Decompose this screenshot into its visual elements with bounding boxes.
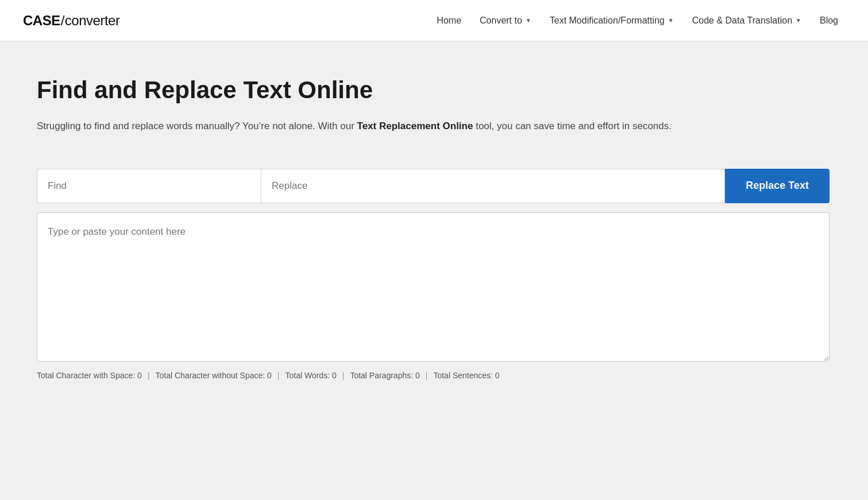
stat-sentences: Total Sentences: 0 xyxy=(433,371,499,380)
content-textarea[interactable] xyxy=(37,212,830,362)
nav-item-text-modification[interactable]: Text Modification/Formatting ▼ xyxy=(543,11,681,30)
stat-separator-2: | xyxy=(277,371,280,380)
stat-separator-4: | xyxy=(426,371,428,380)
find-input[interactable] xyxy=(37,169,261,203)
site-logo[interactable]: CASE/converter xyxy=(23,13,119,29)
nav-convert-to-label: Convert to xyxy=(480,15,522,26)
nav-text-modification-label: Text Modification/Formatting xyxy=(550,15,665,26)
description-bold: Text Replacement Online xyxy=(357,121,473,131)
nav-home-label: Home xyxy=(437,15,461,26)
nav-code-data-label: Code & Data Translation xyxy=(692,15,792,26)
tool-controls: Replace Text xyxy=(37,169,830,203)
stat-words: Total Words: 0 xyxy=(286,371,337,380)
stat-separator-1: | xyxy=(148,371,150,380)
description-start: Struggling to find and replace words man… xyxy=(37,121,357,131)
replace-text-button[interactable]: Replace Text xyxy=(725,169,830,203)
description-end: tool, you can save time and effort in se… xyxy=(473,121,672,131)
stat-char-with-space: Total Character with Space: 0 xyxy=(37,371,142,380)
page-title: Find and Replace Text Online xyxy=(37,76,831,104)
stat-separator-3: | xyxy=(342,371,345,380)
convert-to-dropdown-icon: ▼ xyxy=(526,17,531,24)
stat-paragraphs: Total Paragraphs: 0 xyxy=(350,371,419,380)
logo-converter: converter xyxy=(65,13,120,29)
nav-item-blog[interactable]: Blog xyxy=(813,11,845,30)
code-data-dropdown-icon: ▼ xyxy=(796,17,801,24)
main-nav: Home Convert to ▼ Text Modification/Form… xyxy=(430,11,845,30)
nav-blog-label: Blog xyxy=(820,15,838,26)
nav-item-convert-to[interactable]: Convert to ▼ xyxy=(473,11,538,30)
replace-button-label: Replace Text xyxy=(746,180,809,191)
text-modification-dropdown-icon: ▼ xyxy=(668,17,674,24)
stat-char-without-space: Total Character without Space: 0 xyxy=(156,371,272,380)
logo-slash: / xyxy=(61,13,64,29)
stats-bar: Total Character with Space: 0 | Total Ch… xyxy=(37,371,830,380)
logo-case: CASE xyxy=(23,13,60,29)
nav-item-home[interactable]: Home xyxy=(430,11,468,30)
page-description: Struggling to find and replace words man… xyxy=(37,118,812,134)
replace-input[interactable] xyxy=(261,169,725,203)
nav-item-code-data[interactable]: Code & Data Translation ▼ xyxy=(685,11,808,30)
site-header: CASE/converter Home Convert to ▼ Text Mo… xyxy=(0,0,868,41)
main-content: Find and Replace Text Online Struggling … xyxy=(0,41,868,403)
